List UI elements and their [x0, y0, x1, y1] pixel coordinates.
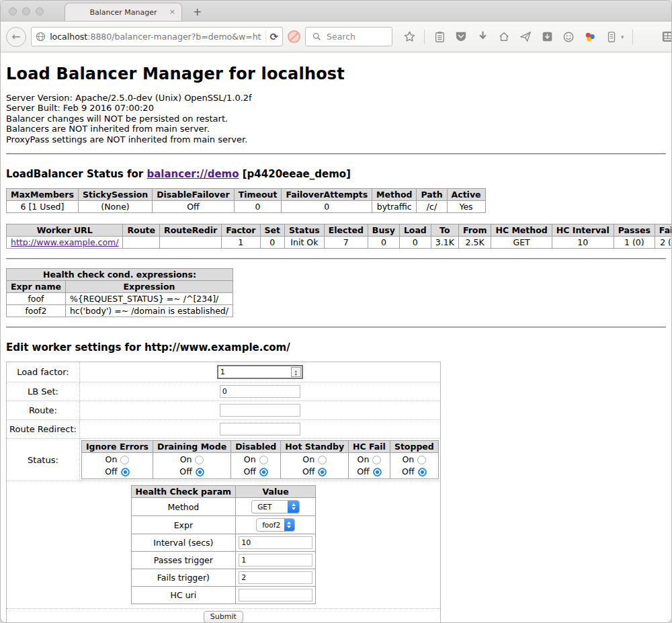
draining-mode-off-radio[interactable] — [196, 468, 204, 476]
cell-stickysession: (None) — [78, 201, 152, 213]
form-row-status: Status: Ignore Errors Draining Mode Disa… — [7, 439, 441, 481]
cell-load: 0 — [399, 237, 431, 249]
hc-row-expr: Expr foof2 — [131, 516, 316, 534]
cell-set: 0 — [260, 237, 284, 249]
home-icon[interactable] — [497, 30, 511, 44]
interval-input[interactable] — [239, 536, 312, 549]
send-tab-icon[interactable] — [519, 30, 532, 44]
col-active: Active — [447, 189, 485, 201]
interval-label: Interval (secs) — [131, 534, 236, 552]
tab-groups-icon[interactable] — [661, 30, 672, 44]
col-disabled: Disabled — [231, 441, 281, 453]
zoom-window-icon[interactable] — [36, 7, 44, 15]
col-maxmembers: MaxMembers — [7, 189, 79, 201]
hc-expressions-table: Health check cond. expressions: Expr nam… — [6, 268, 233, 317]
on-label: On — [358, 454, 370, 466]
hot-standby-on-radio[interactable] — [318, 456, 327, 464]
col-method: Method — [372, 189, 417, 201]
url-bar[interactable]: localhost:8880/balancer-manager?b=demo&w… — [31, 27, 283, 46]
hcuri-input[interactable] — [239, 589, 312, 601]
reading-list-icon[interactable] — [433, 30, 446, 44]
adblock-disabled-icon[interactable] — [288, 30, 300, 43]
minimize-window-icon[interactable] — [22, 7, 30, 15]
expr-select[interactable]: foof2 — [256, 518, 295, 532]
urlbar-divider — [265, 31, 266, 43]
passes-input[interactable] — [239, 554, 312, 567]
table-row: 6 [1 Used] (None) Off 0 0 bytraffic /c/ … — [7, 201, 486, 213]
page-title: Load Balancer Manager for localhost — [6, 65, 666, 83]
ignore-errors-off-radio[interactable] — [121, 468, 130, 476]
route-redirect-label: Route Redirect: — [7, 420, 80, 439]
toolbar-icons: ▾ — [403, 30, 672, 44]
col-to: To — [431, 224, 458, 237]
load-factor-input[interactable]: ▴▾ — [217, 365, 303, 379]
new-tab-button[interactable]: + — [193, 5, 202, 21]
col-ignore-errors: Ignore Errors — [81, 441, 153, 453]
balancer-status-heading: LoadBalancer Status for balancer://demo … — [6, 168, 666, 180]
route-redirect-input[interactable] — [220, 423, 300, 435]
load-factor-field[interactable] — [218, 368, 291, 376]
stopped-on-radio[interactable] — [417, 456, 426, 464]
emoji-chat-icon[interactable] — [562, 30, 575, 44]
lb-set-input[interactable] — [220, 385, 300, 398]
cell-routeredir — [160, 237, 222, 249]
off-label: Off — [179, 466, 192, 478]
menu-icon[interactable] — [641, 30, 653, 44]
form-row-route-redirect: Route Redirect: — [7, 420, 441, 439]
url-text[interactable]: localhost:8880/balancer-manager?b=demo&w… — [50, 32, 261, 42]
reload-icon[interactable]: ⟳ — [269, 31, 278, 43]
submit-button[interactable]: Submit — [204, 611, 243, 623]
status-header-row: Ignore Errors Draining Mode Disabled Hot… — [81, 441, 438, 453]
col-passes: Passes — [614, 224, 655, 237]
number-stepper-icon[interactable]: ▴▾ — [291, 367, 301, 377]
search-bar[interactable]: Search — [305, 27, 392, 46]
search-icon — [310, 30, 323, 44]
color-dots-extension-icon[interactable] — [583, 30, 597, 44]
tab-close-icon[interactable]: × — [169, 7, 175, 16]
col-hc-method: HC Method — [491, 224, 552, 237]
downloads-icon[interactable] — [476, 30, 489, 44]
col-failoverattempts: FailoverAttempts — [282, 189, 372, 201]
overflow-caret-icon[interactable]: ▾ — [621, 34, 624, 40]
method-select[interactable]: GET — [251, 500, 300, 513]
balancer-demo-link[interactable]: balancer://demo — [146, 168, 239, 180]
col-timeout: Timeout — [234, 189, 282, 201]
pocket-icon[interactable] — [454, 30, 468, 44]
fails-input[interactable] — [239, 571, 312, 584]
disabled-off-radio[interactable] — [259, 468, 268, 476]
ignore-errors-on-radio[interactable] — [120, 456, 129, 464]
container-extension-icon[interactable] — [605, 30, 618, 44]
browser-window: Balancer Manager × + ← localhost:8880/ba… — [0, 0, 672, 623]
off-label: Off — [357, 466, 369, 478]
hc-fail-off-radio[interactable] — [373, 468, 382, 476]
passes-label: Passes trigger — [131, 552, 236, 569]
worker-url-link[interactable]: http://www.example.com/ — [11, 237, 118, 247]
off-label: Off — [244, 466, 256, 478]
bookmark-star-icon[interactable] — [403, 30, 416, 44]
cell-from: 2.5K — [458, 237, 491, 249]
draining-mode-on-radio[interactable] — [195, 456, 204, 464]
col-fails: Fails — [655, 224, 672, 237]
hc-fail-on-radio[interactable] — [372, 456, 381, 464]
close-window-icon[interactable] — [9, 7, 17, 15]
back-button[interactable]: ← — [6, 27, 26, 47]
cell-expr-name: foof — [7, 293, 66, 305]
col-hc-interval: HC Interval — [552, 224, 614, 237]
stopped-radios: On Off — [390, 453, 438, 479]
persist-note-line: Balancer changes will NOT be persisted o… — [6, 114, 666, 124]
route-input[interactable] — [220, 404, 300, 417]
hc-row-interval: Interval (secs) — [131, 534, 316, 552]
on-label: On — [244, 454, 256, 466]
cell-fails: 2 (0) — [655, 237, 672, 249]
hot-standby-off-radio[interactable] — [318, 468, 327, 476]
stopped-off-radio[interactable] — [418, 468, 427, 476]
disabled-on-radio[interactable] — [259, 456, 268, 464]
cell-active: Yes — [447, 201, 485, 213]
download-panel-icon[interactable] — [540, 30, 554, 44]
draining-mode-radios: On Off — [153, 453, 231, 479]
tab-balancer-manager[interactable]: Balancer Manager × — [65, 3, 182, 21]
col-routeredir: RouteRedir — [160, 224, 222, 237]
url-path: :8880/balancer-manager?b=demo&w=http://w… — [87, 32, 261, 42]
form-row-hc-params: Health Check param Value Method GET — [7, 481, 441, 609]
col-worker-url: Worker URL — [7, 224, 123, 237]
